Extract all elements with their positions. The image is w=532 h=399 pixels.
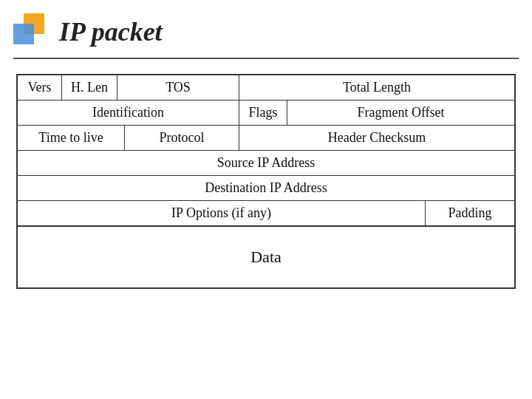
cell-hchk: Header Checksum xyxy=(239,126,514,150)
cell-padding: Padding xyxy=(426,201,514,225)
packet-row-row6: IP Options (if any)Padding xyxy=(18,201,514,225)
logo-icon xyxy=(13,13,52,52)
cell-ttl: Time to live xyxy=(18,126,125,150)
packet-row-row5: Destination IP Address xyxy=(18,176,514,201)
title-divider xyxy=(13,58,519,59)
cell-tos: TOS xyxy=(117,75,239,100)
data-section: Data xyxy=(16,227,516,289)
cell-opts: IP Options (if any) xyxy=(18,201,426,225)
packet-row-row2: IdentificationFlagsFragment Offset xyxy=(18,100,514,126)
packet-row-row4: Source IP Address xyxy=(18,151,514,176)
cell-ident: Identification xyxy=(18,100,239,125)
data-label: Data xyxy=(250,248,282,267)
packet-diagram: VersH. LenTOSTotal LengthIdentificationF… xyxy=(16,74,516,227)
cell-flags: Flags xyxy=(239,100,287,125)
cell-fragoff: Fragment Offset xyxy=(287,100,514,125)
packet-row-row3: Time to liveProtocolHeader Checksum xyxy=(18,126,514,151)
cell-vers: Vers xyxy=(18,75,62,100)
cell-src: Source IP Address xyxy=(18,151,514,175)
cell-hlen: H. Len xyxy=(62,75,117,100)
cell-dst: Destination IP Address xyxy=(18,176,514,200)
cell-proto: Protocol xyxy=(125,126,239,150)
page-title: IP packet xyxy=(59,16,163,47)
packet-row-row1: VersH. LenTOSTotal Length xyxy=(18,75,514,100)
cell-totlen: Total Length xyxy=(239,75,514,100)
